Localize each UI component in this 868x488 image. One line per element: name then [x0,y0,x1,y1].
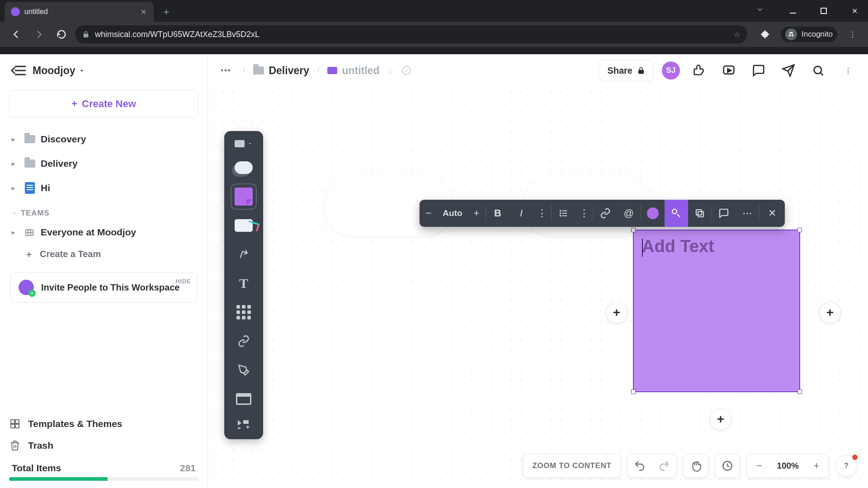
new-tab-button[interactable]: ＋ [158,4,175,20]
extensions-icon[interactable] [757,26,774,42]
redo-button[interactable] [652,454,676,478]
create-new-button[interactable]: + Create New [9,90,198,117]
mention-button[interactable]: @ [617,200,641,227]
breadcrumb-folder[interactable]: Delivery [253,65,309,77]
search-icon[interactable] [807,60,829,81]
tool-link[interactable] [231,329,256,353]
trash-link[interactable]: Trash [9,435,198,456]
sticky-note[interactable]: Add Text [633,230,800,392]
add-left-button[interactable]: + [606,302,627,324]
caret-right-icon[interactable]: ▸ [12,184,19,192]
caret-right-icon[interactable]: ▸ [12,136,19,143]
font-size-label[interactable]: Auto [438,200,467,227]
browser-tab[interactable]: untitled ✕ [5,2,154,22]
link-button[interactable] [594,200,617,227]
tool-pencil[interactable] [231,358,256,382]
tool-shape[interactable] [231,155,256,180]
forward-button[interactable] [30,25,48,43]
bookmark-star-icon[interactable]: ☆ [734,30,740,39]
sidebar-item-hi[interactable]: ▸ Hi [6,177,201,199]
svg-point-19 [560,210,561,212]
resize-handle-nw[interactable] [631,228,636,232]
minimize-button[interactable] [784,4,802,18]
browser-menu-icon[interactable]: ⋮ [844,26,861,42]
avatar[interactable]: SJ [662,61,680,80]
maximize-button[interactable] [815,4,833,18]
text-more-icon[interactable]: ⋮ [533,200,551,227]
board-type-menu[interactable] [229,136,258,151]
add-below-button[interactable]: + [710,408,731,430]
more-actions-icon[interactable]: ⋯ [736,200,759,227]
incognito-indicator[interactable]: Incognito [781,27,837,42]
breadcrumb-more-icon[interactable]: ••• [217,61,235,80]
tool-sticky-note[interactable] [231,184,256,209]
bullet-list-button[interactable] [552,200,575,227]
sidebar-item-delivery[interactable]: ▸ Delivery [6,153,201,174]
help-button[interactable]: ? [835,455,857,477]
tool-frame[interactable] [231,387,256,411]
tool-text[interactable]: T [231,271,256,296]
caret-right-icon[interactable]: ▸ [12,229,18,236]
send-icon[interactable] [778,60,799,81]
zoom-level[interactable]: 100% [771,461,804,471]
tool-card[interactable] [231,213,256,238]
url-field[interactable]: whimsical.com/WTpU65WZAtXeZ3LBv5D2xL ☆ [75,25,747,43]
lock-icon [82,31,90,38]
app-menu-icon[interactable]: ⋮ [837,60,859,81]
teams-section-header[interactable]: TEAMS [0,201,208,221]
caret-right-icon[interactable]: ▸ [12,160,19,167]
zoom-to-content-button[interactable]: ZOOM TO CONTENT [523,454,620,478]
text-icon: T [239,276,248,291]
create-team-label: Create a Team [40,249,101,259]
reload-button[interactable] [52,25,71,43]
canvas[interactable]: + + + Add Text − Auto + B [208,87,868,488]
list-more-icon[interactable]: ⋮ [575,200,593,227]
tool-grid[interactable] [231,300,256,324]
thumbs-up-icon[interactable] [688,60,710,81]
address-bar: whimsical.com/WTpU65WZAtXeZ3LBv5D2xL ☆ I… [0,22,868,47]
close-toolbar-button[interactable]: ✕ [760,200,785,227]
present-icon[interactable] [718,60,740,81]
zoom-out-button[interactable]: − [747,454,771,478]
fill-color-button[interactable] [641,200,665,227]
tab-search-icon[interactable] [756,5,764,14]
window-close-button[interactable]: ✕ [845,4,863,18]
zoom-in-button[interactable]: + [804,454,829,478]
resize-handle-se[interactable] [797,389,802,394]
duplicate-button[interactable] [688,200,712,227]
undo-button[interactable] [627,454,652,478]
tool-connector[interactable]: ↱ [231,242,256,267]
collapse-sidebar-icon[interactable] [11,65,26,76]
bold-button[interactable]: B [486,200,509,227]
back-button[interactable] [7,25,25,43]
resize-handle-ne[interactable] [797,228,802,232]
invite-hide-button[interactable]: HIDE [176,278,191,285]
status-check-icon[interactable]: ✓ [402,66,411,75]
style-picker-button[interactable] [665,200,688,227]
note-placeholder: Add Text [642,237,714,256]
sidebar-item-discovery[interactable]: ▸ Discovery [6,128,201,150]
workspace-switcher[interactable]: Moodjoy [33,65,85,77]
italic-button[interactable]: I [509,200,533,227]
font-size-decrease-button[interactable]: − [420,200,438,227]
font-size-increase-button[interactable]: + [467,200,486,227]
add-right-button[interactable]: + [819,302,841,324]
hand-tool-button[interactable] [684,454,708,478]
breadcrumb-doc[interactable]: untitled [327,65,379,77]
tool-more[interactable]: + [231,416,256,433]
invite-card[interactable]: Invite People to This Workspace HIDE [10,272,198,303]
chevron-down-icon [78,67,85,74]
connector-icon: ↱ [236,246,251,263]
app-topbar: ••• / Delivery / untitled ☆ ✓ Share SJ [208,54,868,87]
comments-icon[interactable] [748,60,769,81]
resize-handle-sw[interactable] [631,389,636,394]
close-icon[interactable]: ✕ [139,8,147,16]
comment-button[interactable] [712,200,736,227]
favorite-star-icon[interactable]: ☆ [387,66,394,75]
team-item-everyone[interactable]: ▸ Everyone at Moodjoy [0,221,208,243]
history-button[interactable] [715,454,740,478]
create-team-button[interactable]: ＋ Create a Team [0,243,208,265]
share-button[interactable]: Share [599,60,654,81]
templates-link[interactable]: Templates & Themes [9,413,198,435]
workspace-name-label: Moodjoy [33,65,75,77]
